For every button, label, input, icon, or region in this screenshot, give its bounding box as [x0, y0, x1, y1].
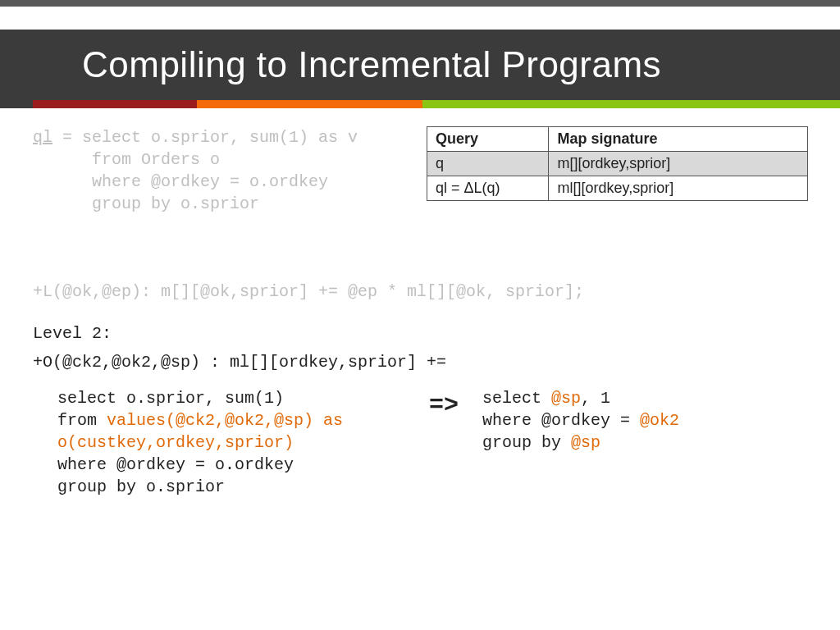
sig-m: m[][ordkey,sprior] [549, 152, 808, 176]
lq-from: from values(@ck2,@ok2,@sp) as [57, 409, 410, 431]
map-signature-table: Query Map signature q m[][ordkey,sprior]… [427, 126, 808, 201]
slide-title: Compiling to Incremental Programs [82, 44, 807, 85]
rq-where-kw: where @ordkey = [482, 411, 640, 430]
sig-q: q [427, 152, 549, 176]
lq-where: where @ordkey = o.ordkey [57, 454, 410, 476]
rq-where: where @ordkey = @ok2 [482, 409, 804, 431]
sig-ml: ml[][ordkey,sprior] [549, 176, 808, 201]
o-rule-head: +O(@ck2,@ok2,@sp) : ml[][ordkey,sprior] … [33, 351, 804, 373]
rq-where-ok: @ok2 [640, 411, 679, 430]
transform-arrow: => [423, 389, 464, 422]
accent-green [422, 100, 840, 108]
l-rule: +L(@ok,@ep): m[][@ok,sprior] += @ep * ml… [33, 281, 804, 303]
rq-select-kw: select [482, 389, 551, 408]
lq-group: group by o.sprior [57, 476, 410, 498]
sig-header-query: Query [427, 127, 549, 152]
lq-from-kw: from [57, 411, 107, 430]
level-2-label: Level 2: [33, 322, 804, 345]
rq-group-sp: @sp [571, 433, 600, 452]
lq-select: select o.sprior, sum(1) [57, 387, 410, 409]
ql-from: from Orders o [33, 148, 418, 171]
ql-label: ql [33, 128, 52, 147]
ql-where: where @ordkey = o.ordkey [33, 171, 418, 193]
rq-group: group by @sp [482, 431, 804, 454]
mid-block: +L(@ok,@ep): m[][@ok,sprior] += @ep * ml… [33, 281, 804, 373]
lq-from-values: values(@ck2,@ok2,@sp) as [107, 411, 343, 430]
sig-row-q: q m[][ordkey,sprior] [427, 152, 808, 176]
accent-orange [197, 100, 422, 108]
accent-bar [0, 100, 840, 108]
title-bar: Compiling to Incremental Programs [0, 30, 840, 100]
decor-top-thin [0, 0, 840, 7]
content-area: ql = select o.sprior, sum(1) as v from O… [0, 108, 840, 126]
sig-header-map: Map signature [549, 127, 808, 152]
ql-eq: = select o.sprior, sum(1) as v [52, 128, 358, 147]
left-query: select o.sprior, sum(1) from values(@ck2… [33, 387, 410, 498]
decor-top-gap [0, 7, 840, 30]
ql-line1: ql = select o.sprior, sum(1) as v [33, 126, 418, 148]
rq-select-tail: , 1 [581, 389, 610, 408]
lq-alias: o(custkey,ordkey,sprior) [57, 431, 410, 454]
ql-group: group by o.sprior [33, 193, 418, 215]
accent-dark [0, 100, 33, 108]
slide-root: Compiling to Incremental Programs ql = s… [0, 0, 840, 630]
lower-transform: select o.sprior, sum(1) from values(@ck2… [33, 387, 804, 498]
rq-group-kw: group by [482, 433, 571, 452]
rq-select-sp: @sp [551, 389, 581, 408]
rq-select: select @sp, 1 [482, 387, 804, 409]
accent-red [33, 100, 197, 108]
sig-table: Query Map signature q m[][ordkey,sprior]… [427, 126, 808, 201]
sig-ql: ql = ΔL(q) [427, 176, 549, 201]
sig-row-ql: ql = ΔL(q) ml[][ordkey,sprior] [427, 176, 808, 201]
sig-header-row: Query Map signature [427, 127, 808, 152]
right-query: select @sp, 1 where @ordkey = @ok2 group… [477, 387, 804, 454]
ql-definition-block: ql = select o.sprior, sum(1) as v from O… [33, 126, 418, 215]
